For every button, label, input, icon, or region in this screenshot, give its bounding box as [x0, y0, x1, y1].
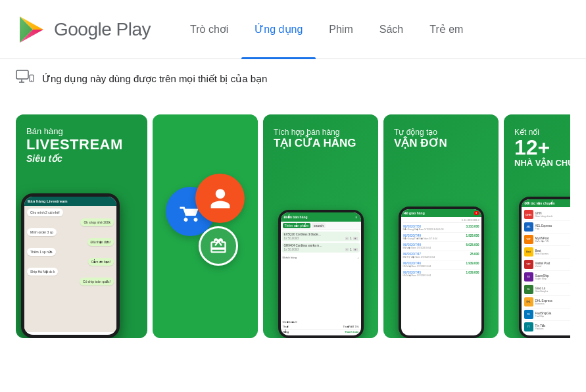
card-5-number: 12+	[514, 137, 570, 158]
screenshots-section: Bán hàng LIVESTREAM Siêu tốc Bán hàng Li…	[0, 99, 586, 359]
logo-area[interactable]: Google Play	[16, 14, 151, 45]
screenshot-card-3[interactable]: Tích hợp bán hàng TẠI CỬA HÀNG Điểm bán …	[263, 114, 378, 338]
subheader: Ứng dụng này dùng được trên mọi thiết bị…	[0, 59, 586, 99]
screenshot-card-5[interactable]: Kết nối 12+ NHÀ VẬN CHUYỂN Đối tác vận c…	[504, 114, 570, 338]
person-icon-circle	[195, 174, 245, 223]
nav-item-games[interactable]: Trò chơi	[177, 0, 241, 59]
main-nav: Trò chơi Ứng dụng Phim Sách Trẻ em	[177, 0, 570, 59]
nav-item-movies[interactable]: Phim	[316, 0, 366, 59]
screenshot-card-2[interactable]	[153, 114, 258, 338]
header: Google Play Trò chơi Ứng dụng Phim Sách …	[0, 0, 586, 59]
logo-text: Google Play	[54, 19, 151, 40]
card-2-icons	[153, 114, 258, 338]
card-3-title-large: TẠI CỬA HÀNG	[274, 137, 368, 150]
screenshots-container: Bán hàng LIVESTREAM Siêu tốc Bán hàng Li…	[16, 114, 570, 338]
card-1-title-sub: Siêu tốc	[26, 153, 137, 164]
card-3-phone: Điểm bán hàng ≡ Thêm sản phẩm search EX5…	[278, 210, 364, 338]
nav-item-apps[interactable]: Ứng dụng	[241, 0, 316, 59]
card-1-text: Bán hàng LIVESTREAM Siêu tốc	[16, 114, 147, 170]
card-5-title-large: NHÀ VẬN CHUYỂN	[514, 158, 570, 168]
card-4-text: Tự động tạo VẬN ĐƠN	[383, 114, 499, 160]
card-5-title-small: Kết nối	[514, 128, 570, 137]
card-3-title-small: Tích hợp bán hàng	[274, 128, 368, 137]
card-1-title-small: Bán hàng	[26, 126, 137, 136]
google-play-logo-icon	[16, 14, 47, 45]
card-5-phone: Đối tác vận chuyển GHN GHNGiao hàng nhan…	[519, 197, 571, 338]
card-4-title-small: Tự động tạo	[394, 128, 488, 137]
subheader-text: Ứng dụng này dùng được trên mọi thiết bị…	[42, 73, 267, 85]
screenshot-card-1[interactable]: Bán hàng LIVESTREAM Siêu tốc Bán hàng Li…	[16, 114, 147, 338]
package-icon-circle	[199, 226, 238, 266]
card-4-phone: HĐ giao hàng● 5.11.893.000 đ INV2020/7/5…	[399, 207, 484, 338]
svg-rect-0	[16, 70, 28, 79]
phone-mockup-1: Bán hàng Livestream Cho mình 2 cái nhé! …	[21, 193, 120, 338]
card-5-text: Kết nối 12+ NHÀ VẬN CHUYỂN	[504, 114, 570, 179]
device-icon	[16, 70, 34, 88]
card-4-title-large: VẬN ĐƠN	[394, 137, 488, 150]
card-1-title-large: LIVESTREAM	[26, 136, 137, 153]
nav-item-books[interactable]: Sách	[366, 0, 416, 59]
screenshot-card-4[interactable]: Tự động tạo VẬN ĐƠN HĐ giao hàng● 5.11.8…	[383, 114, 499, 338]
nav-item-kids[interactable]: Trẻ em	[416, 0, 476, 59]
card-3-text: Tích hợp bán hàng TẠI CỬA HÀNG	[263, 114, 378, 160]
